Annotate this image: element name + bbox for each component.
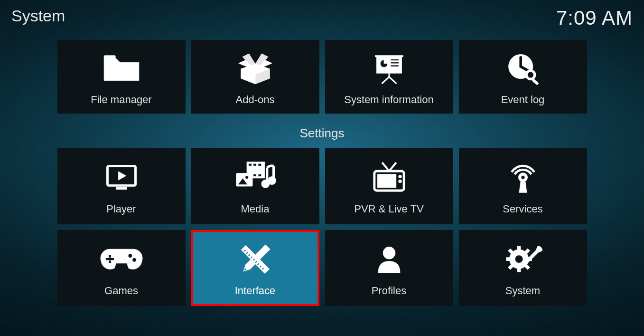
tile-system[interactable]: System bbox=[459, 230, 587, 306]
media-mix-icon bbox=[232, 157, 279, 198]
svg-rect-68 bbox=[506, 258, 511, 261]
svg-line-41 bbox=[389, 163, 396, 171]
top-row: File manager Add-ons bbox=[0, 40, 644, 114]
tile-interface[interactable]: Interface bbox=[191, 230, 319, 306]
svg-rect-37 bbox=[377, 174, 396, 188]
svg-rect-66 bbox=[517, 246, 521, 251]
tile-label: Services bbox=[503, 203, 542, 215]
svg-point-35 bbox=[268, 176, 276, 184]
tile-label: Media bbox=[241, 203, 270, 215]
pencil-ruler-icon bbox=[232, 239, 279, 280]
tile-label: Profiles bbox=[372, 285, 406, 297]
svg-point-65 bbox=[515, 255, 523, 263]
person-icon bbox=[365, 239, 413, 280]
svg-point-48 bbox=[132, 258, 136, 262]
svg-rect-25 bbox=[248, 163, 252, 166]
gear-wrench-icon bbox=[499, 239, 547, 280]
tile-label: Games bbox=[104, 285, 138, 297]
svg-point-19 bbox=[527, 72, 533, 78]
tile-media[interactable]: Media bbox=[191, 148, 319, 224]
tile-services[interactable]: Services bbox=[459, 148, 587, 224]
tile-label: File manager bbox=[91, 94, 151, 106]
section-label: Settings bbox=[0, 126, 644, 141]
tile-player[interactable]: Player bbox=[57, 148, 186, 224]
svg-rect-29 bbox=[253, 174, 256, 176]
tile-label: PVR & Live TV bbox=[354, 203, 423, 215]
play-monitor-icon bbox=[98, 157, 145, 198]
tile-system-information[interactable]: System information bbox=[325, 40, 453, 114]
svg-line-15 bbox=[382, 77, 389, 83]
svg-point-33 bbox=[245, 176, 248, 179]
svg-rect-10 bbox=[391, 59, 399, 60]
tile-label: System information bbox=[344, 94, 433, 106]
svg-rect-0 bbox=[104, 55, 115, 59]
page-title: System bbox=[11, 7, 65, 25]
gamepad-icon bbox=[98, 239, 145, 280]
svg-line-16 bbox=[389, 77, 397, 83]
svg-rect-46 bbox=[105, 258, 113, 260]
svg-rect-30 bbox=[258, 174, 261, 176]
svg-marker-44 bbox=[519, 181, 527, 192]
svg-rect-67 bbox=[517, 267, 521, 272]
svg-point-39 bbox=[398, 180, 401, 183]
svg-rect-23 bbox=[116, 187, 127, 190]
svg-point-43 bbox=[521, 175, 525, 179]
tile-profiles[interactable]: Profiles bbox=[325, 230, 453, 306]
clock-search-icon bbox=[499, 48, 547, 89]
settings-row-2: Games bbox=[0, 230, 644, 306]
tile-label: Interface bbox=[235, 285, 276, 297]
svg-rect-27 bbox=[258, 163, 261, 166]
settings-row-1: Player bbox=[0, 148, 644, 224]
folder-icon bbox=[98, 48, 145, 89]
header: System 7:09 AM bbox=[0, 0, 644, 35]
tile-event-log[interactable]: Event log bbox=[459, 40, 587, 114]
svg-rect-26 bbox=[253, 163, 256, 166]
svg-rect-13 bbox=[375, 55, 403, 57]
box-icon bbox=[232, 48, 279, 89]
tile-label: System bbox=[505, 285, 540, 297]
tv-icon bbox=[365, 157, 413, 198]
svg-marker-22 bbox=[118, 172, 126, 180]
tile-pvr-live-tv[interactable]: PVR & Live TV bbox=[325, 148, 453, 224]
svg-point-63 bbox=[383, 247, 395, 259]
content: File manager Add-ons bbox=[0, 35, 644, 306]
tile-label: Player bbox=[106, 203, 136, 215]
svg-point-47 bbox=[128, 254, 132, 258]
svg-line-40 bbox=[382, 163, 389, 171]
clock: 7:09 AM bbox=[556, 7, 633, 29]
svg-rect-12 bbox=[391, 65, 399, 66]
tile-label: Event log bbox=[501, 94, 545, 106]
svg-rect-11 bbox=[391, 62, 399, 63]
tile-label: Add-ons bbox=[236, 94, 275, 106]
svg-rect-20 bbox=[532, 78, 539, 85]
tile-games[interactable]: Games bbox=[57, 230, 186, 306]
svg-point-38 bbox=[398, 175, 401, 178]
antenna-icon bbox=[499, 157, 547, 198]
tile-addons[interactable]: Add-ons bbox=[191, 40, 319, 114]
tile-file-manager[interactable]: File manager bbox=[57, 40, 186, 114]
presentation-icon bbox=[365, 48, 413, 89]
